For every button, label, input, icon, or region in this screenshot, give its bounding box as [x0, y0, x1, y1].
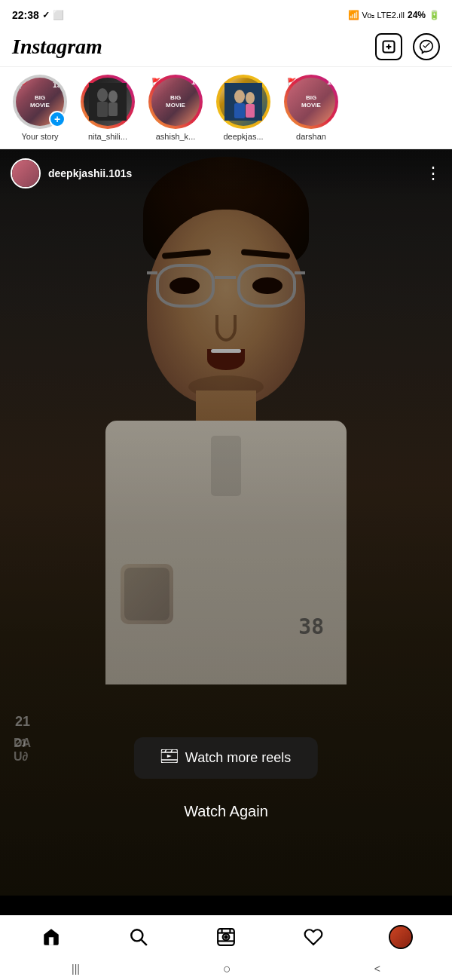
- status-time: 22:38 ✓ ⬜: [12, 9, 64, 21]
- feed-area: 38 21 21 DAU∂ deepkjashii.101s ⋮: [0, 149, 452, 896]
- android-back-button[interactable]: <: [374, 963, 380, 975]
- svg-point-23: [224, 936, 227, 938]
- video-background: 38 21 21 DAU∂: [0, 149, 452, 896]
- story-name-ashish: ashish_k...: [156, 132, 196, 141]
- nav-profile-avatar: [389, 925, 413, 949]
- add-story-button[interactable]: +: [49, 111, 66, 127]
- android-home-button[interactable]: ○: [223, 961, 231, 977]
- deepkjas-story-avatar-wrap: [216, 75, 270, 129]
- darshan-story-ring: 🚩 19 BIGMOVIE: [284, 75, 338, 129]
- new-post-button[interactable]: [375, 33, 402, 60]
- svg-marker-18: [167, 755, 172, 758]
- post-more-button[interactable]: ⋮: [425, 164, 441, 183]
- ashish-story-img: 🚩 19 BIGMOVIE: [151, 78, 200, 126]
- darshan-story-img: 🚩 19 BIGMOVIE: [287, 78, 335, 126]
- story-item-ashish[interactable]: 🚩 19 BIGMOVIE ashish_k...: [142, 75, 209, 141]
- your-story-avatar-wrap: BIGMOVIE 🚩 19 +: [13, 75, 67, 129]
- nav-home-button[interactable]: [33, 919, 69, 955]
- story-item-your[interactable]: BIGMOVIE 🚩 19 + Your story: [6, 75, 74, 141]
- bottom-nav: [0, 915, 452, 957]
- nav-profile-button[interactable]: [383, 919, 419, 955]
- time-display: 22:38: [12, 9, 39, 21]
- signal-icon: Vo₂ LTE2.ıll: [362, 11, 405, 20]
- watch-more-reels-text: Watch more reels: [185, 750, 291, 766]
- svg-point-11: [246, 92, 255, 104]
- story-name-nita: nita_shili...: [88, 132, 127, 141]
- story-name-darshan: darshan: [296, 132, 326, 141]
- carrier-icon: ✓: [42, 10, 50, 20]
- story-item-deepkjas[interactable]: deepkjas...: [209, 75, 277, 141]
- nita-story-avatar-wrap: [81, 75, 135, 129]
- messenger-button[interactable]: [413, 33, 440, 60]
- reel-icon: [161, 749, 178, 767]
- header-actions: [375, 33, 440, 60]
- android-menu-button[interactable]: |||: [72, 963, 80, 975]
- wifi-icon: 📶: [348, 10, 359, 20]
- svg-rect-7: [108, 103, 118, 116]
- ashish-story-avatar-wrap: 🚩 19 BIGMOVIE: [148, 75, 203, 129]
- svg-line-20: [142, 939, 147, 945]
- watch-more-reels-button[interactable]: Watch more reels: [134, 737, 318, 779]
- darshan-story-avatar-wrap: 🚩 19 BIGMOVIE: [284, 75, 338, 129]
- watch-again-button[interactable]: Watch Again: [184, 803, 268, 820]
- deepkjas-story-img: [219, 78, 267, 126]
- battery-level: 24%: [408, 10, 426, 20]
- story-name-deepkjas: deepkjas...: [223, 132, 263, 141]
- story-name-your: Your story: [21, 132, 58, 141]
- nita-story-img: [84, 78, 132, 126]
- deepkjas-story-ring: [216, 75, 270, 129]
- nav-reels-button[interactable]: [208, 919, 244, 955]
- svg-point-19: [131, 929, 142, 941]
- svg-point-4: [97, 88, 108, 102]
- story-item-nita[interactable]: nita_shili...: [74, 75, 142, 141]
- svg-rect-12: [246, 104, 255, 118]
- svg-rect-5: [97, 102, 108, 117]
- post-header: deepkjashii.101s ⋮: [0, 149, 452, 198]
- nav-likes-button[interactable]: [295, 919, 331, 955]
- svg-rect-10: [234, 103, 245, 118]
- android-nav-bar: ||| ○ <: [0, 957, 452, 980]
- post-user-info: deepkjashii.101s: [11, 158, 132, 188]
- nav-search-button[interactable]: [121, 919, 157, 955]
- post-username: deepkjashii.101s: [48, 167, 132, 179]
- watch-again-text: Watch Again: [184, 803, 268, 819]
- video-overlay: [0, 149, 452, 896]
- ashish-story-ring: 🚩 19 BIGMOVIE: [148, 75, 203, 129]
- stories-row: BIGMOVIE 🚩 19 + Your story: [0, 67, 452, 149]
- post-user-avatar: [11, 158, 41, 188]
- svg-point-9: [234, 90, 245, 103]
- story-item-darshan[interactable]: 🚩 19 BIGMOVIE darshan: [277, 75, 345, 141]
- status-bar: 22:38 ✓ ⬜ 📶 Vo₂ LTE2.ıll 24% 🔋: [0, 0, 452, 27]
- app-header: Instagram: [0, 27, 452, 67]
- app-title: Instagram: [12, 35, 102, 59]
- svg-point-6: [108, 90, 118, 103]
- battery-icon: 🔋: [429, 10, 440, 20]
- nita-story-ring: [81, 75, 135, 129]
- status-right-icons: 📶 Vo₂ LTE2.ıll 24% 🔋: [348, 10, 440, 20]
- gallery-icon: ⬜: [53, 10, 64, 20]
- post-container: 38 21 21 DAU∂ deepkjashii.101s ⋮: [0, 149, 452, 896]
